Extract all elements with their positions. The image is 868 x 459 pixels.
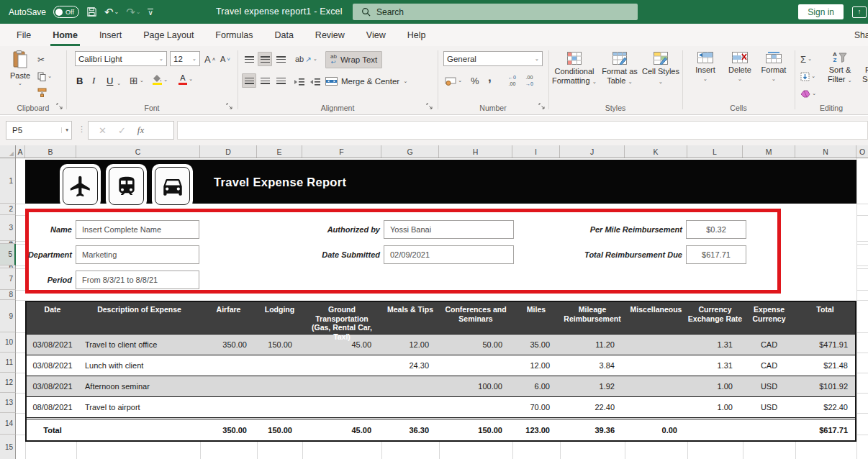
select-all-corner[interactable]: ◢	[0, 145, 16, 158]
conditional-formatting-button[interactable]: Conditional Formatting ⌄	[551, 52, 597, 85]
department-field[interactable]: Marketing	[76, 245, 199, 264]
delete-cells-button[interactable]: Delete ⌄	[724, 52, 756, 81]
row-header[interactable]: 8	[0, 290, 16, 300]
fill-button[interactable]: ⌄	[800, 69, 815, 83]
clipboard-dialog-launcher[interactable]	[56, 102, 63, 111]
format-cells-button[interactable]: Format ⌄	[757, 52, 790, 81]
col-header[interactable]: J	[560, 145, 625, 158]
col-header[interactable]: K	[625, 145, 687, 158]
row-header[interactable]: 7	[0, 268, 16, 290]
row-header[interactable]: 14	[0, 413, 16, 435]
decrease-indent-button[interactable]	[294, 75, 304, 89]
decrease-font-button[interactable]: A˅	[220, 52, 230, 66]
cancel-entry-icon[interactable]: ✕	[99, 125, 107, 136]
wrap-text-button[interactable]: ab↩ Wrap Text	[325, 51, 382, 68]
row-header[interactable]: 12	[0, 373, 16, 393]
sign-in-button[interactable]: Sign in	[798, 4, 844, 19]
cell-styles-button[interactable]: Cell Styles ⌄	[642, 52, 679, 85]
tab-view[interactable]: View	[356, 24, 397, 46]
per-mile-field[interactable]: $0.32	[686, 220, 746, 239]
font-dialog-launcher[interactable]	[226, 102, 232, 111]
insert-function-icon[interactable]: fx	[137, 124, 144, 136]
date-submitted-field[interactable]: 02/09/2021	[384, 245, 514, 264]
expense-row[interactable]: 08/08/2021 Travel to airport 70.00 22.40…	[27, 396, 855, 417]
increase-indent-button[interactable]	[309, 75, 320, 89]
col-header[interactable]: N	[795, 145, 856, 158]
increase-font-button[interactable]: A˄	[204, 52, 215, 66]
expense-row[interactable]: 03/08/2021 Lunch with client 24.30 12.00…	[27, 355, 855, 376]
alignment-dialog-launcher[interactable]	[426, 102, 433, 111]
find-select-button[interactable]: Find & Select ⌄	[861, 52, 868, 83]
formula-bar-handle[interactable]: ⋮	[78, 124, 86, 134]
font-size-select[interactable]: 12⌄	[170, 51, 200, 66]
share-button[interactable]: Share	[851, 27, 868, 44]
increase-decimal-button[interactable]: ←0 .00	[508, 75, 516, 89]
bottom-align-button[interactable]	[273, 52, 288, 66]
copy-button[interactable]: ⌄	[37, 69, 52, 83]
accounting-format-button[interactable]: ⌄	[445, 73, 462, 88]
row-header[interactable]: 3	[0, 215, 16, 241]
number-dialog-launcher[interactable]	[538, 102, 545, 111]
tab-insert[interactable]: Insert	[89, 24, 132, 46]
row-header[interactable]: 13	[0, 393, 16, 413]
tab-formulas[interactable]: Formulas	[204, 24, 263, 46]
formula-input[interactable]	[177, 121, 868, 140]
tab-data[interactable]: Data	[263, 24, 304, 46]
autosave-toggle[interactable]: Off	[53, 6, 79, 18]
decrease-decimal-button[interactable]: .00 →0	[525, 75, 533, 89]
row-header[interactable]: 2	[0, 204, 16, 215]
col-header[interactable]: O	[856, 145, 868, 158]
format-as-table-button[interactable]: Format as Table ⌄	[599, 52, 641, 85]
tab-home[interactable]: Home	[42, 24, 89, 46]
save-button[interactable]	[86, 6, 97, 17]
row-header[interactable]: 9	[0, 300, 16, 332]
redo-button[interactable]: ↷⌄	[126, 6, 140, 17]
insert-cells-button[interactable]: Insert ⌄	[690, 52, 721, 81]
paste-button[interactable]: Paste ⌄	[6, 50, 35, 86]
font-family-select[interactable]: Calibri Light⌄	[75, 51, 167, 66]
clear-button[interactable]: ⌄	[800, 86, 816, 101]
col-header[interactable]: E	[257, 145, 302, 158]
underline-chevron-icon[interactable]: ⌄	[117, 76, 121, 91]
col-header[interactable]: M	[743, 145, 795, 158]
col-header[interactable]: B	[25, 145, 76, 158]
merge-center-button[interactable]: Merge & Center ⌄	[325, 73, 407, 89]
top-align-button[interactable]	[242, 52, 256, 66]
fill-color-button[interactable]: ⌄	[153, 73, 168, 87]
expense-row[interactable]: 03/08/2021 Afternoon seminar 100.00 6.00…	[27, 376, 855, 396]
percent-style-button[interactable]: %	[471, 73, 479, 88]
italic-button[interactable]: I	[92, 73, 95, 88]
underline-button[interactable]: U	[107, 73, 113, 88]
row-header[interactable]: 11	[0, 353, 16, 373]
row-header[interactable]: 10	[0, 332, 16, 353]
row-header-selected[interactable]: 5	[0, 244, 16, 265]
ribbon-display-options-icon[interactable]: ↑	[852, 6, 867, 18]
col-header[interactable]: C	[76, 145, 200, 158]
col-header[interactable]: L	[687, 145, 743, 158]
tab-review[interactable]: Review	[304, 24, 356, 46]
tab-page-layout[interactable]: Page Layout	[132, 24, 204, 46]
middle-align-button[interactable]	[258, 52, 272, 66]
borders-button[interactable]: ⊞⌄	[130, 73, 144, 88]
align-right-button[interactable]	[273, 73, 288, 88]
bold-button[interactable]: B	[76, 73, 83, 88]
authorized-by-field[interactable]: Yossi Banai	[384, 220, 514, 239]
search-input[interactable]: Search	[353, 4, 638, 20]
total-due-field[interactable]: $617.71	[686, 245, 746, 264]
period-field[interactable]: From 8/3/21 to 8/8/21	[76, 271, 199, 289]
col-header[interactable]: A	[16, 145, 25, 158]
col-header[interactable]: I	[512, 145, 560, 158]
row-header[interactable]: 15	[0, 435, 16, 459]
sort-filter-button[interactable]: AZ Sort & Filter ⌄	[825, 52, 855, 83]
col-header[interactable]: F	[302, 145, 381, 158]
orientation-button[interactable]: ab↗⌄	[295, 52, 317, 66]
format-painter-button[interactable]	[37, 85, 47, 99]
autosum-button[interactable]: Σ⌄	[800, 52, 812, 66]
customize-toolbar-button[interactable]: ∨	[148, 9, 153, 16]
expense-row[interactable]: 03/08/2021 Travel to client office 350.0…	[27, 334, 855, 355]
col-header[interactable]: D	[200, 145, 257, 158]
undo-button[interactable]: ↶⌄	[104, 6, 119, 17]
tab-help[interactable]: Help	[397, 24, 437, 46]
name-field[interactable]: Insert Complete Name	[76, 220, 199, 239]
name-box[interactable]: P5 ▾	[6, 121, 72, 140]
